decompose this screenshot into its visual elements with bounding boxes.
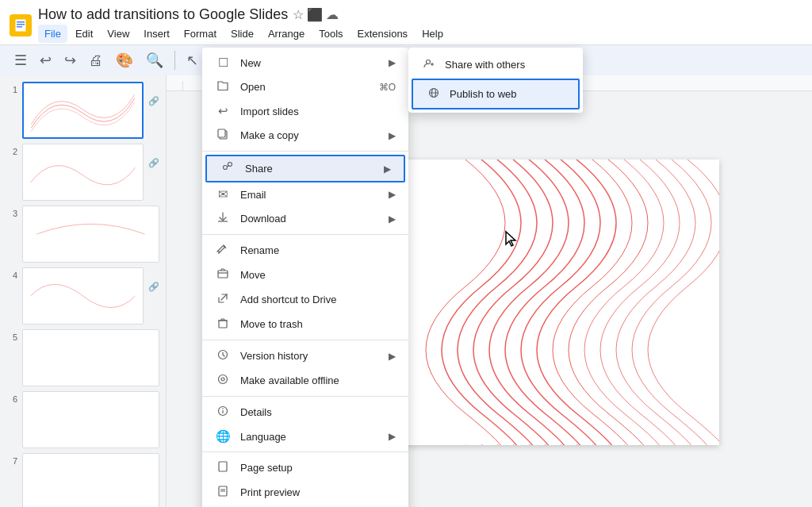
publish-to-web[interactable]: Publish to web [412, 79, 580, 109]
slide-number-1: 1 [6, 85, 17, 94]
menu-extensions[interactable]: Extensions [351, 25, 415, 43]
svg-line-16 [227, 165, 228, 167]
file-menu-print-preview[interactable]: Print preview [202, 480, 408, 505]
file-menu-details[interactable]: Details [202, 400, 408, 424]
file-menu-download[interactable]: Download ▶ [202, 206, 408, 231]
svg-point-27 [222, 408, 224, 409]
file-menu-open[interactable]: Open ⌘O [202, 75, 408, 99]
cloud-icon[interactable]: ☁ [326, 7, 339, 22]
menu-slide[interactable]: Slide [224, 25, 260, 43]
share-arrow: ▶ [384, 163, 391, 175]
file-menu-version[interactable]: Version history ▶ [202, 344, 408, 368]
menu-edit[interactable]: Edit [69, 25, 99, 43]
file-menu-shortcut[interactable]: Add shortcut to Drive [202, 287, 408, 312]
slide-thumb-3[interactable] [22, 205, 159, 263]
file-menu-import-label: Import slides [240, 106, 396, 117]
file-menu-trash[interactable]: Move to trash [202, 312, 408, 336]
slide-thumb-2[interactable] [22, 144, 144, 201]
share-with-others[interactable]: Share with others [408, 51, 583, 79]
slide-item-5[interactable]: 5 [6, 329, 159, 386]
slide-icon-1: 🔗 [148, 96, 159, 106]
file-menu-rename[interactable]: Rename [202, 238, 408, 263]
file-menu-open-label: Open [240, 81, 370, 93]
slide-thumb-6[interactable] [22, 391, 159, 448]
slide-number-6: 6 [6, 394, 17, 404]
menu-view[interactable]: View [101, 25, 136, 43]
slide-item-6[interactable]: 6 [6, 391, 159, 448]
version-arrow: ▶ [389, 351, 396, 362]
download-icon [215, 211, 231, 226]
slide-icon-4: 🔗 [148, 282, 159, 292]
toolbar-undo[interactable]: ↩ [35, 48, 56, 72]
folder-icon[interactable]: ⬛ [307, 7, 323, 22]
svg-rect-9 [29, 392, 153, 447]
star-icon[interactable]: ☆ [293, 7, 304, 22]
toolbar-zoom[interactable]: 🔍 [141, 48, 168, 72]
slide-thumb-7[interactable] [22, 453, 159, 507]
share-submenu: Share with others Publish to web [408, 48, 583, 113]
print-preview-icon [215, 485, 231, 500]
version-icon [215, 348, 231, 363]
menu-tools[interactable]: Tools [312, 25, 349, 43]
open-icon [215, 79, 231, 94]
slide-item-3[interactable]: 3 [6, 205, 159, 263]
menu-arrange[interactable]: Arrange [262, 25, 311, 43]
file-menu-share[interactable]: Share ▶ [205, 155, 405, 182]
doc-title-text[interactable]: How to add transitions to Google Slides [38, 6, 288, 23]
file-menu-trash-label: Move to trash [240, 318, 396, 330]
slide-item-1[interactable]: 1 🔗 [6, 82, 159, 139]
publish-to-web-label: Publish to web [450, 88, 565, 100]
file-menu-email-label: Email [240, 189, 379, 201]
menu-insert[interactable]: Insert [137, 25, 176, 43]
file-menu-copy[interactable]: Make a copy ▶ [202, 123, 408, 148]
slide-item-7[interactable]: 7 [6, 453, 159, 507]
svg-rect-10 [29, 454, 153, 507]
svg-point-23 [219, 375, 228, 384]
rename-icon [215, 243, 231, 258]
slide-thumb-1[interactable] [22, 82, 144, 139]
share-icon [220, 161, 236, 176]
toolbar-paint[interactable]: 🎨 [111, 48, 138, 72]
email-arrow: ▶ [389, 189, 396, 200]
slide-thumb-4[interactable] [22, 267, 144, 325]
menu-bar: File Edit View Insert Format Slide Arran… [38, 23, 802, 44]
svg-rect-8 [29, 330, 153, 386]
doc-title-icons: ☆ ⬛ ☁ [293, 7, 339, 22]
file-dropdown: ☐ New ▶ Open ⌘O ↩ Import slides Make a c… [202, 48, 408, 507]
file-menu-page-setup[interactable]: Page setup [202, 455, 408, 480]
menu-help[interactable]: Help [416, 25, 450, 43]
toolbar-redo[interactable]: ↪ [59, 48, 81, 72]
slide-number-3: 3 [6, 209, 17, 218]
import-icon: ↩ [215, 104, 231, 118]
new-arrow: ▶ [389, 57, 396, 68]
menu-file[interactable]: File [38, 25, 67, 43]
copy-icon [215, 128, 231, 143]
slide-thumb-5[interactable] [22, 329, 159, 386]
slide-number-5: 5 [6, 332, 17, 342]
file-menu-copy-label: Make a copy [240, 129, 379, 141]
file-menu-offline[interactable]: Make available offline [202, 368, 408, 393]
toolbar-sep-1 [174, 51, 175, 70]
toolbar-menu-icon[interactable]: ☰ [10, 48, 32, 72]
toolbar-cursor[interactable]: ↖ [182, 48, 203, 72]
divider-5 [202, 451, 408, 452]
title-area: How to add transitions to Google Slides … [38, 6, 802, 44]
svg-rect-13 [218, 129, 225, 137]
file-menu-new[interactable]: ☐ New ▶ [202, 51, 408, 75]
file-menu-email[interactable]: ✉ Email ▶ [202, 182, 408, 206]
svg-point-24 [221, 378, 224, 381]
page-setup-icon [215, 460, 231, 475]
file-menu-download-label: Download [240, 213, 379, 225]
svg-point-15 [224, 166, 228, 170]
slide-item-4[interactable]: 4 🔗 [6, 267, 159, 325]
file-menu-import[interactable]: ↩ Import slides [202, 99, 408, 123]
svg-rect-1 [17, 21, 25, 23]
file-menu-rename-label: Rename [240, 244, 396, 256]
email-icon: ✉ [215, 187, 231, 202]
menu-format[interactable]: Format [178, 25, 223, 43]
slides-panel: 1 🔗 2 🔗 3 [0, 75, 167, 507]
toolbar-print[interactable]: 🖨 [84, 49, 108, 72]
file-menu-move[interactable]: Move [202, 263, 408, 287]
file-menu-language[interactable]: 🌐 Language ▶ [202, 424, 408, 448]
slide-item-2[interactable]: 2 🔗 [6, 144, 159, 201]
